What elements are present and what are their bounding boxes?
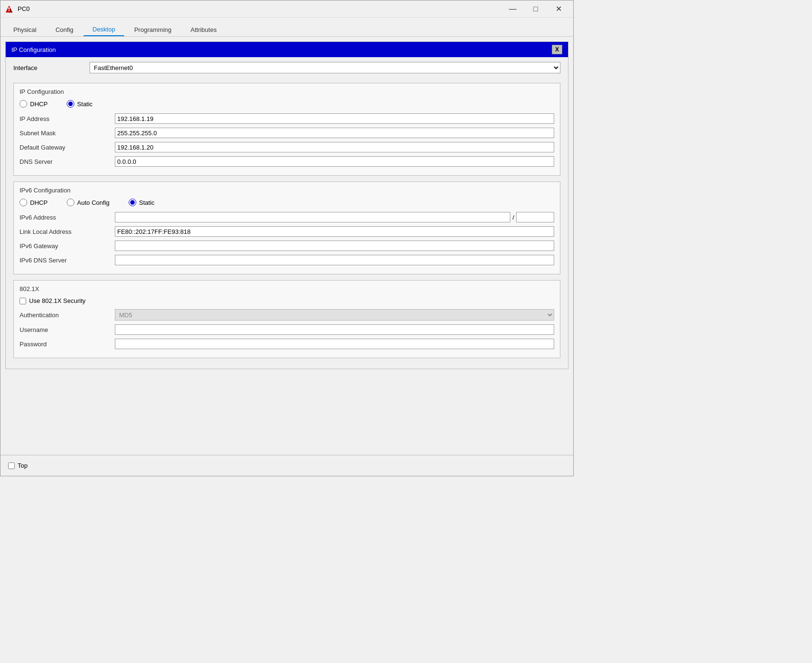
svg-marker-1 [9, 5, 12, 12]
main-window: PC0 — □ ✕ Physical Config Desktop Progra… [0, 0, 574, 476]
ipv4-dhcp-radio-label[interactable]: DHCP [20, 100, 48, 108]
content-area: IP Configuration X Interface FastEtherne… [0, 37, 573, 455]
ip-address-input[interactable] [115, 113, 554, 124]
auth-label: Authentication [20, 311, 115, 319]
ipv6-dhcp-radio[interactable] [20, 199, 27, 206]
username-row: Username [20, 324, 554, 335]
ipv6-static-radio[interactable] [129, 199, 136, 206]
bottom-bar: Top [0, 455, 573, 476]
password-input[interactable] [115, 339, 554, 349]
ipv6-dns-row: IPv6 DNS Server [20, 255, 554, 265]
maximize-button[interactable]: □ [525, 2, 547, 16]
ipv6-static-label: Static [139, 199, 155, 206]
panel-header: IP Configuration X [6, 42, 568, 57]
ipv6-section-title: IPv6 Configuration [20, 187, 554, 194]
dns-server-input[interactable] [115, 156, 554, 167]
ipv4-static-radio[interactable] [67, 100, 74, 108]
ipv4-dhcp-radio[interactable] [20, 100, 27, 108]
ipv6-autoconfig-radio-label[interactable]: Auto Config [67, 199, 110, 206]
tabs-bar: Physical Config Desktop Programming Attr… [0, 18, 573, 37]
top-checkbox[interactable] [8, 462, 15, 469]
ipv4-dhcp-label: DHCP [30, 100, 48, 108]
password-row: Password [20, 339, 554, 349]
ip-config-panel: IP Configuration X Interface FastEtherne… [5, 41, 568, 369]
ipv4-section: IP Configuration DHCP Static IP Address [13, 83, 560, 176]
use-dot1x-row: Use 802.1X Security [20, 297, 554, 304]
ip-address-row: IP Address [20, 113, 554, 124]
window-title: PC0 [18, 5, 502, 12]
ipv6-static-radio-label[interactable]: Static [129, 199, 155, 206]
auth-row: Authentication MD5 [20, 309, 554, 321]
ip-address-label: IP Address [20, 115, 115, 122]
ipv4-static-radio-label[interactable]: Static [67, 100, 93, 108]
use-dot1x-checkbox[interactable] [20, 298, 26, 304]
svg-rect-3 [9, 9, 10, 11]
ipv6-address-row: IPv6 Address / [20, 212, 554, 222]
ipv6-address-input[interactable] [115, 212, 510, 222]
use-dot1x-label: Use 802.1X Security [29, 297, 86, 304]
tab-desktop[interactable]: Desktop [83, 23, 124, 36]
ipv6-autoconfig-label: Auto Config [77, 199, 110, 206]
panel-title: IP Configuration [11, 46, 56, 53]
ipv6-slash: / [512, 214, 514, 221]
default-gateway-input[interactable] [115, 142, 554, 152]
ipv6-radio-row: DHCP Auto Config Static [20, 199, 554, 206]
ipv6-prefix-input[interactable] [516, 212, 554, 222]
ipv6-dns-label: IPv6 DNS Server [20, 257, 115, 264]
ipv6-dhcp-label: DHCP [30, 199, 48, 206]
link-local-label: Link Local Address [20, 228, 115, 235]
dns-server-label: DNS Server [20, 158, 115, 165]
window-close-button[interactable]: ✕ [548, 2, 569, 16]
subnet-mask-input[interactable] [115, 128, 554, 138]
username-label: Username [20, 326, 115, 333]
subnet-mask-row: Subnet Mask [20, 128, 554, 138]
ipv6-address-inputs: / [115, 212, 554, 222]
panel-close-button[interactable]: X [552, 45, 562, 54]
interface-select[interactable]: FastEthernet0 [90, 62, 560, 73]
ipv6-autoconfig-radio[interactable] [67, 199, 74, 206]
panel-body: Interface FastEthernet0 IP Configuration… [6, 57, 568, 369]
subnet-mask-label: Subnet Mask [20, 130, 115, 137]
default-gateway-label: Default Gateway [20, 144, 115, 151]
top-checkbox-row: Top [8, 462, 28, 469]
tab-physical[interactable]: Physical [4, 23, 45, 36]
ipv4-radio-row: DHCP Static [20, 100, 554, 108]
tab-config[interactable]: Config [46, 23, 82, 36]
ipv6-address-label: IPv6 Address [20, 214, 115, 221]
link-local-row: Link Local Address [20, 226, 554, 237]
dot1x-section: 802.1X Use 802.1X Security Authenticatio… [13, 280, 560, 358]
tab-attributes[interactable]: Attributes [182, 23, 226, 36]
username-input[interactable] [115, 324, 554, 335]
ipv6-dhcp-radio-label[interactable]: DHCP [20, 199, 48, 206]
password-label: Password [20, 341, 115, 348]
top-label: Top [18, 462, 28, 469]
interface-row: Interface FastEthernet0 [13, 62, 560, 77]
interface-label: Interface [13, 64, 90, 71]
app-icon [4, 4, 14, 14]
window-controls: — □ ✕ [502, 2, 569, 16]
ipv6-dns-input[interactable] [115, 255, 554, 265]
auth-select[interactable]: MD5 [115, 309, 554, 321]
ipv4-section-title: IP Configuration [20, 88, 554, 95]
dot1x-section-title: 802.1X [20, 285, 554, 292]
tab-programming[interactable]: Programming [125, 23, 181, 36]
dns-server-row: DNS Server [20, 156, 554, 167]
minimize-button[interactable]: — [502, 2, 524, 16]
ipv4-static-label: Static [77, 100, 93, 108]
ipv6-gateway-row: IPv6 Gateway [20, 241, 554, 251]
title-bar: PC0 — □ ✕ [0, 0, 573, 18]
link-local-input[interactable] [115, 226, 554, 237]
default-gateway-row: Default Gateway [20, 142, 554, 152]
svg-point-2 [8, 7, 10, 9]
ipv6-gateway-input[interactable] [115, 241, 554, 251]
ipv6-gateway-label: IPv6 Gateway [20, 242, 115, 250]
ipv6-section: IPv6 Configuration DHCP Auto Config [13, 181, 560, 274]
